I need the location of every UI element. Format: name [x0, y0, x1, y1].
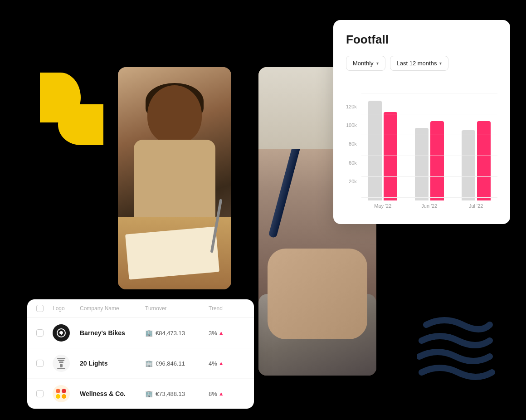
bar-label-may: May '22 [374, 203, 391, 209]
bar-group-may: May '22 [361, 96, 404, 209]
col-company: Company Name [80, 305, 145, 312]
row-checkbox[interactable] [36, 360, 44, 367]
turnover-wellness: 🏢 €73,488.13 [145, 390, 209, 397]
y-label-100k: 100k [346, 123, 357, 128]
turnover-20lights: 🏢 €96,846.11 [145, 360, 209, 367]
table-header: Logo Company Name Turnover Trend [27, 299, 254, 318]
company-logo-20lights [53, 355, 70, 372]
table-card: Logo Company Name Turnover Trend Barney'… [27, 299, 254, 409]
chart-bars: May '22 Jun '22 [361, 96, 497, 209]
company-logo-barney [53, 324, 70, 342]
bar-label-jul: Jul '22 [469, 203, 483, 209]
bar-label-jun: Jun '22 [421, 203, 437, 209]
col-turnover: Turnover [145, 305, 209, 312]
wave-decoration [417, 311, 499, 384]
trend-wellness: 8% ▲ [209, 391, 245, 397]
range-dropdown[interactable]: Last 12 months ▾ [390, 56, 449, 71]
row-checkbox[interactable] [36, 329, 44, 337]
table-row: 20 Lights 🏢 €96,846.11 4% ▲ [27, 348, 254, 379]
trend-20lights: 4% ▲ [209, 360, 245, 367]
bars-row [462, 96, 491, 200]
company-name-20lights: 20 Lights [80, 360, 145, 367]
y-label-80k: 80k [346, 142, 357, 147]
company-name-barney: Barney's Bikes [80, 329, 145, 337]
chart-area: 20k 60k 80k 100k 120k [346, 82, 497, 209]
turnover-icon: 🏢 [145, 390, 153, 397]
footfall-controls: Monthly ▾ Last 12 months ▾ [346, 56, 497, 71]
logo-mark [40, 73, 112, 145]
table-row: Barney's Bikes 🏢 €84,473.13 3% ▲ [27, 318, 254, 348]
scene: Footfall Monthly ▾ Last 12 months ▾ 20k … [0, 0, 526, 420]
row-checkbox[interactable] [36, 390, 44, 397]
bar-group-jun: Jun '22 [408, 96, 451, 209]
period-label: Monthly [353, 60, 374, 67]
chart-y-axis: 20k 60k 80k 100k 120k [346, 104, 357, 209]
footfall-card: Footfall Monthly ▾ Last 12 months ▾ 20k … [333, 20, 510, 224]
turnover-icon: 🏢 [145, 360, 153, 367]
trend-up-icon: ▲ [219, 360, 224, 366]
col-logo: Logo [53, 305, 80, 312]
col-trend: Trend [209, 305, 245, 312]
bar-gray-jun [415, 128, 429, 200]
trend-barney: 3% ▲ [209, 330, 245, 337]
turnover-barney: 🏢 €84,473.13 [145, 329, 209, 337]
range-label: Last 12 months [397, 60, 437, 67]
bars-row [368, 96, 397, 200]
y-label-60k: 60k [346, 161, 357, 166]
chevron-down-icon: ▾ [376, 61, 379, 66]
company-name-wellness: Wellness & Co. [80, 390, 145, 397]
company-logo-wellness [53, 385, 70, 402]
bar-pink-jul [477, 121, 491, 200]
turnover-icon: 🏢 [145, 329, 153, 337]
photo-person [118, 67, 231, 289]
table-row: Wellness & Co. 🏢 €73,488.13 8% ▲ [27, 379, 254, 409]
trend-up-icon: ▲ [219, 330, 224, 336]
bar-group-jul: Jul '22 [454, 96, 497, 209]
y-label-120k: 120k [346, 104, 357, 109]
bar-pink-jun [430, 121, 444, 200]
bar-gray-may [368, 101, 382, 200]
header-checkbox[interactable] [36, 305, 44, 312]
chevron-down-icon: ▾ [439, 61, 442, 66]
bars-row [415, 96, 444, 200]
bar-pink-may [384, 112, 397, 200]
y-label-20k: 20k [346, 179, 357, 184]
trend-up-icon: ▲ [219, 391, 224, 397]
bar-gray-jul [462, 130, 475, 200]
footfall-title: Footfall [346, 33, 497, 47]
period-dropdown[interactable]: Monthly ▾ [346, 56, 385, 71]
